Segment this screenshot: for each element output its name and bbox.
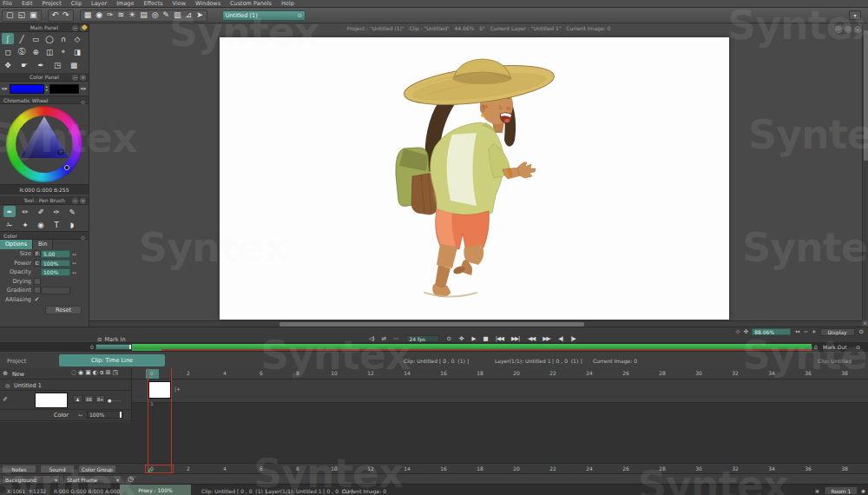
zoom-tool-icon[interactable]: ⊕ <box>30 46 42 57</box>
ruler-frame-36[interactable]: 36 <box>805 370 812 376</box>
ruler-frame-16[interactable]: 16 <box>440 370 447 376</box>
setting-field[interactable]: 100% <box>41 260 70 267</box>
layer-name-row[interactable]: ◎ Untitled 1 <box>0 380 131 391</box>
gear-icon[interactable]: ✱ <box>861 488 865 494</box>
swap-colors-icon[interactable]: ▴▾ <box>46 85 48 92</box>
playhead-line-right[interactable] <box>171 368 172 473</box>
tab-clip-timeline[interactable]: Clip: Time Line <box>59 354 165 366</box>
ruler-frame-32[interactable]: 32 <box>732 465 739 472</box>
chevron-down-icon[interactable]: ▾ <box>116 476 119 484</box>
ruler-frame-10[interactable]: 10 <box>331 370 338 376</box>
collapse-panel-button[interactable]: − <box>72 25 78 31</box>
ruler-frame-20[interactable]: 20 <box>513 465 520 472</box>
ruler-frame-18[interactable]: 18 <box>477 465 483 472</box>
position-slider-handle[interactable] <box>129 345 131 349</box>
menu-item-help[interactable]: Help <box>281 0 294 7</box>
pencil-brush-icon[interactable]: ✏ <box>19 206 31 217</box>
ruler-frame-4[interactable]: 4 <box>223 370 227 376</box>
lock-icon[interactable]: ▣ <box>85 369 91 376</box>
ruler-frame-12[interactable]: 12 <box>367 465 374 472</box>
menu-item-file[interactable]: File <box>3 0 12 7</box>
ink-tool-icon[interactable]: ✒ <box>35 59 47 70</box>
spline-tool-icon[interactable]: ʃ <box>2 33 14 44</box>
collapse-panel-button[interactable]: − <box>72 198 78 204</box>
ellipse-tool-icon[interactable]: ◯ <box>43 33 56 44</box>
play-button[interactable]: ▶ <box>472 335 476 342</box>
menu-item-edit[interactable]: Edit <box>22 0 33 7</box>
light-icon[interactable]: ☀ <box>128 11 135 19</box>
ruler-frame-18[interactable]: 18 <box>477 370 483 376</box>
ruler-frame-14[interactable]: 14 <box>404 465 411 472</box>
ruler-frame-24[interactable]: 24 <box>586 370 593 376</box>
chevron-down-icon[interactable]: ⊙ <box>859 328 863 335</box>
menu-item-windows[interactable]: Windows <box>195 0 220 7</box>
pan-tool-icon[interactable]: ◫ <box>43 46 56 57</box>
setting-checkbox[interactable] <box>34 287 41 294</box>
fill-tool-icon[interactable]: ◗ <box>66 219 78 230</box>
color-wheel-icon[interactable]: ◉ <box>95 11 102 19</box>
vertical-scrollbar[interactable] <box>862 23 868 320</box>
ruler-frame-36[interactable]: 36 <box>805 465 812 472</box>
repeat-icon[interactable]: 88 <box>84 395 94 403</box>
new-layer-button[interactable]: New <box>12 371 24 378</box>
ruler-frame-28[interactable]: 28 <box>659 370 666 376</box>
alpha-icon[interactable]: α <box>100 369 104 376</box>
ruler-frame-26[interactable]: 26 <box>622 465 629 472</box>
ruler-frame-8[interactable]: 8 <box>296 465 299 472</box>
cutter-tool-icon[interactable]: ✁ <box>3 219 16 230</box>
chevron-down-icon[interactable]: ⊙ <box>81 234 85 242</box>
tab-project[interactable]: Project <box>7 358 26 365</box>
display-mode-icon[interactable]: ♟ <box>73 395 82 403</box>
ruler-frame-22[interactable]: 22 <box>549 370 556 376</box>
line-tool-icon[interactable]: ╱ <box>16 33 28 44</box>
toolbox-icon[interactable]: ▦ <box>84 11 92 19</box>
select-frames-icon[interactable]: ◌ <box>71 369 76 376</box>
repeat-plus-icon[interactable]: 8+ <box>95 395 105 403</box>
mark-out-icon[interactable]: ⊙ <box>856 344 860 350</box>
ruler-frame-26[interactable]: 26 <box>622 370 629 376</box>
background-select[interactable]: Background ▾ <box>2 475 60 484</box>
resize-icon[interactable]: ↔ <box>78 412 82 418</box>
next-key-button[interactable]: ▶▶· <box>542 335 550 342</box>
ring-selector[interactable] <box>65 166 69 170</box>
setting-badge[interactable]: P <box>34 250 41 257</box>
setting-field[interactable] <box>41 287 70 294</box>
brush-mode-select[interactable]: Color ⊙ <box>0 231 89 240</box>
layers-icon[interactable]: ≋ <box>118 11 125 19</box>
save-project-icon[interactable]: ▣ <box>30 11 37 19</box>
undo-icon[interactable]: ↶ <box>52 11 59 19</box>
magnifier-icon[interactable]: ◎ <box>152 11 159 19</box>
ruler-frame-34[interactable]: 34 <box>768 370 775 376</box>
position-slider[interactable] <box>95 344 132 350</box>
ruler-frame-16[interactable]: 16 <box>440 465 447 472</box>
ruler-frame-6[interactable]: 6 <box>260 370 263 376</box>
smudge-tool-icon[interactable]: Ⓢ <box>16 46 28 57</box>
prev-image-button[interactable]: ◀| <box>558 335 562 342</box>
snowflake-icon[interactable]: ✻ <box>815 488 819 494</box>
opacity-slider-handle[interactable] <box>120 412 122 418</box>
ruler-frame-28[interactable]: 28 <box>659 465 666 472</box>
setting-arrows[interactable]: ↔ <box>72 269 76 275</box>
minimize-panel-icon[interactable]: − <box>835 26 842 33</box>
close-panel-button[interactable]: × <box>80 198 86 204</box>
current-frame-marker[interactable]: ◭ <box>145 465 174 473</box>
ruler-frame-20[interactable]: 20 <box>513 370 520 376</box>
dropper-tool-icon[interactable]: ✦ <box>19 219 31 230</box>
fit-view-icon[interactable]: ✣ <box>744 328 747 335</box>
close-panel-button[interactable]: × <box>80 75 86 81</box>
ruler-frame-2[interactable]: 2 <box>187 370 190 376</box>
extend-frame-icon[interactable]: |+ <box>174 386 181 392</box>
horizontal-scrollbar[interactable] <box>89 320 862 327</box>
open-project-icon[interactable]: ◱ <box>18 11 26 19</box>
vertical-scrollbar-thumb[interactable] <box>864 30 868 161</box>
cube-tool-icon[interactable]: ◇ <box>71 33 83 44</box>
page-tool-icon[interactable]: ◳ <box>51 59 63 70</box>
playhead-line-left[interactable] <box>148 368 148 473</box>
setting-arrows[interactable]: ↔ <box>72 260 76 266</box>
collapse-panel-button[interactable]: − <box>72 75 78 81</box>
zoom-in-button[interactable]: + <box>812 328 815 335</box>
menu-item-custom-panels[interactable]: Custom Panels <box>230 0 272 7</box>
setting-field[interactable]: 100% <box>41 268 70 276</box>
layer-opacity-field[interactable]: 100% <box>87 411 123 419</box>
onion-dots[interactable]: ● · · · · <box>108 398 121 403</box>
